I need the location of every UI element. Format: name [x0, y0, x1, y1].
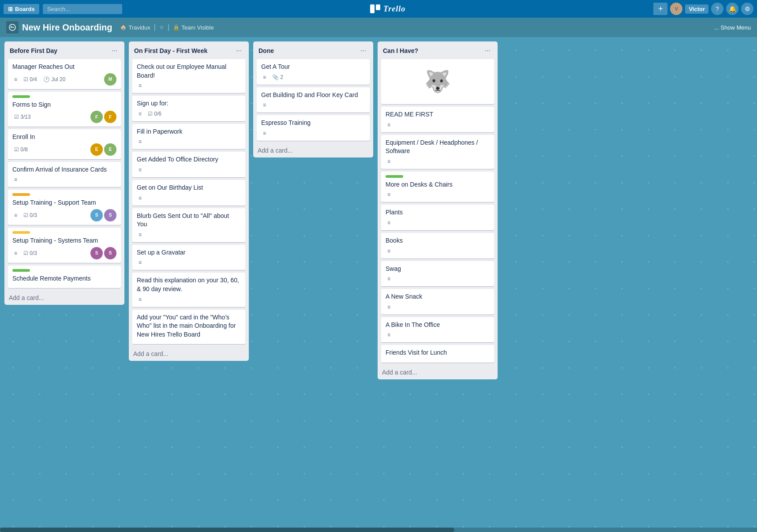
desc-badge: ≡ — [261, 101, 268, 109]
card-badges: ≡ — [261, 129, 365, 137]
card-d4[interactable]: Get Added To Office Directory≡ — [132, 152, 245, 177]
add-card-button-on-first-day[interactable]: Add a card... — [129, 348, 249, 361]
card-title: Equipment / Desk / Headphones / Software — [386, 139, 490, 156]
card-d9[interactable]: Add your "You" card in the "Who's Who" l… — [132, 310, 245, 345]
checklist-badge: ☑ 0/8 — [12, 146, 30, 154]
list-cards-before-first-day: Manager Reaches Out≡☑ 0/4🕐 Jul 20MForms … — [4, 59, 124, 292]
card-badges: ≡ — [386, 275, 490, 283]
list-menu-button[interactable]: ··· — [110, 46, 119, 56]
boards-label: Boards — [15, 6, 35, 12]
card-avatar: M — [104, 73, 116, 86]
card-badges: ≡ — [261, 101, 365, 109]
logo-text: Trello — [383, 4, 405, 14]
search-input[interactable] — [43, 4, 122, 14]
card-e3[interactable]: Espresso Training≡ — [257, 115, 370, 141]
card-title: Setup Training - Systems Team — [12, 236, 116, 245]
label-bar — [12, 231, 30, 234]
card-c4[interactable]: Confirm Arrival of Insurance Cards≡ — [8, 162, 121, 187]
workspace-item[interactable]: 🏠 Travidux — [120, 24, 150, 31]
board-scrollbar[interactable] — [0, 528, 757, 532]
husky-image: 🐺 — [420, 66, 455, 97]
desc-badge: ≡ — [137, 231, 143, 239]
card-c1[interactable]: Manager Reaches Out≡☑ 0/4🕐 Jul 20M — [8, 59, 121, 89]
show-menu-button[interactable]: ... Show Menu — [714, 24, 751, 31]
card-d2[interactable]: Sign up for:≡☑ 0/6 — [132, 96, 245, 121]
card-badges: ≡ — [386, 331, 490, 339]
add-button[interactable]: + — [653, 3, 667, 15]
card-badges: ☑ 3/13FF — [12, 111, 116, 123]
card-f9[interactable]: Friends Visit for Lunch — [381, 345, 494, 363]
card-title: Books — [386, 236, 490, 245]
add-card-label: Add a card... — [9, 294, 44, 301]
visibility-item[interactable]: 🔒 Team Visible — [173, 24, 214, 31]
card-title: Get on Our Birthday List — [137, 184, 241, 192]
add-card-button-can-i-have[interactable]: Add a card... — [378, 366, 498, 379]
card-avatars: EE — [90, 143, 116, 156]
card-e1[interactable]: Get A Tour≡📎 2 — [257, 59, 370, 85]
divider: | — [154, 23, 156, 31]
card-f1[interactable]: READ ME FIRST≡ — [381, 107, 494, 132]
card-badges: ≡ — [137, 296, 241, 303]
list-header-can-i-have: Can I Have? ··· — [378, 41, 498, 59]
card-c5[interactable]: Setup Training - Support Team≡☑ 0/3SS — [8, 190, 121, 225]
card-f8[interactable]: A Bike In The Office≡ — [381, 317, 494, 343]
card-title: Plants — [386, 208, 490, 217]
card-title: Swag — [386, 265, 490, 273]
card-avatars: M — [104, 73, 116, 86]
workspace-icon: 🏠 — [120, 24, 127, 30]
card-f6[interactable]: Swag≡ — [381, 261, 494, 287]
card-d8[interactable]: Read this explanation on your 30, 60, & … — [132, 273, 245, 307]
card-badges: ≡☑ 0/6 — [137, 110, 241, 118]
user-button[interactable]: Victor — [685, 4, 708, 14]
list-menu-button[interactable]: ··· — [359, 46, 368, 56]
divider2: | — [168, 23, 169, 31]
card-d1[interactable]: Check out our Employee Manual Board!≡ — [132, 59, 245, 93]
star-item[interactable]: ☆ — [159, 24, 164, 30]
card-c3[interactable]: Enroll In☑ 0/8EE — [8, 129, 121, 159]
card-f7[interactable]: A New Snack≡ — [381, 289, 494, 315]
card-badges: ≡☑ 0/3SS — [12, 247, 116, 259]
card-e2[interactable]: Get Building ID and Floor Key Card≡ — [257, 87, 370, 113]
card-d5[interactable]: Get on Our Birthday List≡ — [132, 180, 245, 206]
card-d7[interactable]: Set up a Gravatar≡ — [132, 245, 245, 270]
list-menu-button[interactable]: ··· — [234, 46, 244, 56]
boards-button[interactable]: ⊞ Boards — [4, 4, 39, 14]
card-d3[interactable]: Fill in Paperwork≡ — [132, 124, 245, 150]
card-f5[interactable]: Books≡ — [381, 233, 494, 259]
card-c2[interactable]: Forms to Sign☑ 3/13FF — [8, 92, 121, 127]
list-before-first-day: Before First Day ···Manager Reaches Out≡… — [4, 41, 124, 305]
card-title: More on Desks & Chairs — [386, 180, 490, 189]
card-avatars: SS — [90, 247, 116, 259]
list-menu-button[interactable]: ··· — [483, 46, 492, 56]
card-title: Get Building ID and Floor Key Card — [261, 91, 365, 100]
desc-badge: ≡ — [137, 259, 143, 266]
card-c7[interactable]: Schedule Remote Payments — [8, 266, 121, 288]
card-title: READ ME FIRST — [386, 110, 490, 119]
card-husky[interactable]: 🐺 — [381, 59, 494, 104]
card-badges: ≡ — [137, 231, 241, 239]
avatar[interactable]: V — [670, 3, 682, 15]
settings-button[interactable]: ⚙ — [741, 3, 753, 15]
card-f4[interactable]: Plants≡ — [381, 205, 494, 230]
list-cards-can-i-have: 🐺READ ME FIRST≡Equipment / Desk / Headph… — [378, 59, 498, 366]
add-card-label: Add a card... — [382, 369, 417, 376]
top-nav: ⊞ Boards Trello + V Victor ? 🔔 ⚙ — [0, 0, 757, 18]
add-card-button-before-first-day[interactable]: Add a card... — [4, 292, 124, 305]
help-button[interactable]: ? — [711, 3, 723, 15]
workspace-label: Travidux — [128, 24, 150, 31]
card-avatar: F — [104, 111, 116, 123]
label-bar — [12, 193, 30, 196]
card-f2[interactable]: Equipment / Desk / Headphones / Software… — [381, 135, 494, 169]
add-card-button-done[interactable]: Add a card... — [253, 144, 373, 157]
card-title: Add your "You" card in the "Who's Who" l… — [137, 313, 241, 339]
notifications-button[interactable]: 🔔 — [726, 3, 738, 15]
card-f3[interactable]: More on Desks & Chairs≡ — [381, 172, 494, 202]
desc-badge: ≡ — [12, 75, 19, 83]
desc-badge: ≡ — [137, 166, 143, 174]
card-avatar: S — [90, 247, 103, 259]
card-c6[interactable]: Setup Training - Systems Team≡☑ 0/3SS — [8, 228, 121, 263]
trello-logo-icon — [370, 4, 381, 13]
trello-logo: Trello — [126, 4, 650, 14]
card-badges: ≡ — [137, 166, 241, 174]
card-d6[interactable]: Blurb Gets Sent Out to "All" about You≡ — [132, 208, 245, 242]
